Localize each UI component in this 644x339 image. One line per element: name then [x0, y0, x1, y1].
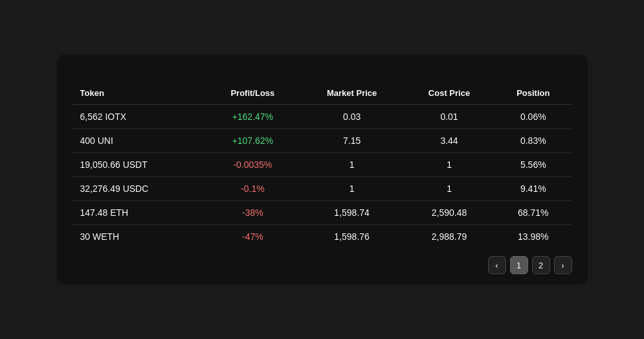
pagination-row: ‹ 12 › — [72, 256, 572, 274]
holdings-table: Token Profit/Loss Market Price Cost Pric… — [72, 82, 572, 248]
cell-position: 13.98% — [494, 225, 572, 249]
cell-profit-loss: -38% — [205, 201, 300, 225]
table-header-row: Token Profit/Loss Market Price Cost Pric… — [72, 82, 572, 105]
table-row: 32,276.49 USDC -0.1% 1 1 9.41% — [72, 177, 572, 201]
cell-market-price: 1 — [300, 153, 404, 177]
cell-token: 147.48 ETH — [72, 201, 206, 225]
cell-position: 9.41% — [494, 177, 572, 201]
table-row: 30 WETH -47% 1,598.76 2,988.79 13.98% — [72, 225, 572, 249]
prev-page-button[interactable]: ‹ — [488, 256, 506, 274]
header-section — [72, 70, 572, 71]
table-row: 400 UNI +107.62% 7.15 3.44 0.83% — [72, 129, 572, 153]
table-row: 6,562 IOTX +162.47% 0.03 0.01 0.06% — [72, 105, 572, 129]
col-header-position: Position — [494, 82, 572, 105]
table-row: 19,050.66 USDT -0.0035% 1 1 5.56% — [72, 153, 572, 177]
cell-profit-loss: +162.47% — [205, 105, 300, 129]
cell-market-price: 0.03 — [300, 105, 404, 129]
table-row: 147.48 ETH -38% 1,598.74 2,590.48 68.71% — [72, 201, 572, 225]
holdings-card: Token Profit/Loss Market Price Cost Pric… — [57, 54, 588, 285]
cell-position: 0.06% — [494, 105, 572, 129]
cell-token: 400 UNI — [72, 129, 206, 153]
page-2-button[interactable]: 2 — [532, 256, 550, 274]
cell-market-price: 1 — [300, 177, 404, 201]
cell-cost-price: 0.01 — [404, 105, 494, 129]
next-page-button[interactable]: › — [554, 256, 572, 274]
col-header-token: Token — [72, 82, 206, 105]
cell-cost-price: 1 — [404, 153, 494, 177]
col-header-profit-loss: Profit/Loss — [205, 82, 300, 105]
col-header-market-price: Market Price — [300, 82, 404, 105]
metrics-row — [72, 70, 572, 71]
cell-token: 32,276.49 USDC — [72, 177, 206, 201]
cell-cost-price: 3.44 — [404, 129, 494, 153]
cell-profit-loss: -0.1% — [205, 177, 300, 201]
cell-profit-loss: +107.62% — [205, 129, 300, 153]
cell-cost-price: 2,590.48 — [404, 201, 494, 225]
cell-token: 30 WETH — [72, 225, 206, 249]
cell-position: 68.71% — [494, 201, 572, 225]
cell-profit-loss: -0.0035% — [205, 153, 300, 177]
cell-market-price: 1,598.76 — [300, 225, 404, 249]
cell-position: 0.83% — [494, 129, 572, 153]
cell-token: 19,050.66 USDT — [72, 153, 206, 177]
cell-profit-loss: -47% — [205, 225, 300, 249]
cell-token: 6,562 IOTX — [72, 105, 206, 129]
cell-market-price: 7.15 — [300, 129, 404, 153]
cell-market-price: 1,598.74 — [300, 201, 404, 225]
page-1-button[interactable]: 1 — [510, 256, 528, 274]
cell-cost-price: 1 — [404, 177, 494, 201]
cell-cost-price: 2,988.79 — [404, 225, 494, 249]
col-header-cost-price: Cost Price — [404, 82, 494, 105]
cell-position: 5.56% — [494, 153, 572, 177]
